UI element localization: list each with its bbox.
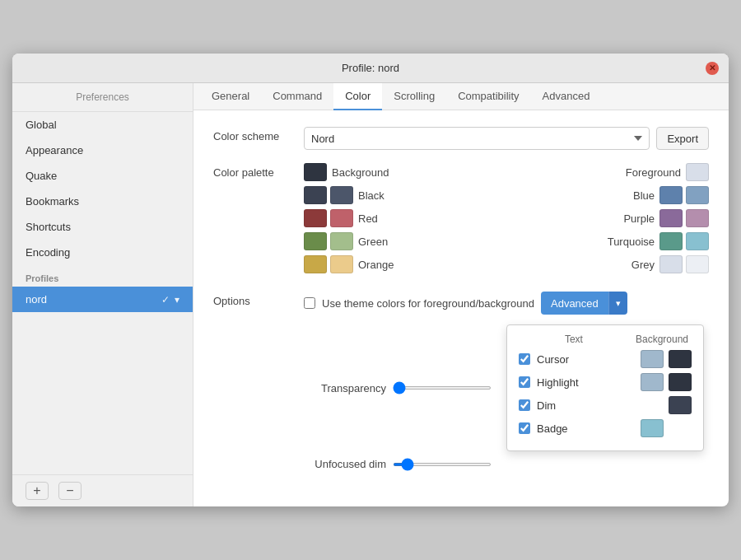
palette-green: Green <box>304 232 494 250</box>
red-swatch-2[interactable] <box>330 209 353 227</box>
palette-orange: Orange <box>304 255 494 273</box>
blue-swatch-1[interactable] <box>659 186 683 204</box>
dim-checkbox[interactable] <box>519 399 530 411</box>
turquoise-swatch-1[interactable] <box>659 232 683 250</box>
tab-color[interactable]: Color <box>333 83 382 110</box>
orange-swatch-1[interactable] <box>304 255 327 273</box>
sidebar-item-quake[interactable]: Quake <box>12 163 193 189</box>
content-area: General Command Color Scrolling Compatib… <box>193 83 729 506</box>
unfocused-dim-label: Unfocused dim <box>304 458 386 470</box>
transparency-row: Transparency Text Background <box>304 324 709 451</box>
highlight-bg-swatch[interactable] <box>669 373 692 391</box>
use-theme-label: Use theme colors for foreground/backgrou… <box>322 297 534 310</box>
purple-swatch-1[interactable] <box>659 209 683 227</box>
orange-swatch-2[interactable] <box>330 255 353 273</box>
advanced-popup: Text Background Cursor <box>506 324 704 451</box>
advanced-dropdown-button[interactable]: Advanced ▾ <box>541 292 627 315</box>
main-content: Preferences Global Appearance Quake Book… <box>12 83 729 506</box>
sidebar-item-appearance[interactable]: Appearance <box>12 138 193 163</box>
sidebar-item-shortcuts[interactable]: Shortcuts <box>12 214 193 240</box>
tab-general[interactable]: General <box>200 83 261 110</box>
blue-label: Blue <box>633 189 655 202</box>
cursor-bg-swatch[interactable] <box>669 350 692 368</box>
tab-command[interactable]: Command <box>261 83 333 110</box>
palette-purple: Purple <box>519 209 709 227</box>
turquoise-swatches <box>659 232 709 250</box>
black-swatch-1[interactable] <box>304 186 327 204</box>
transparency-slider[interactable] <box>393 386 492 390</box>
black-label: Black <box>358 189 384 202</box>
sidebar-header: Preferences <box>12 83 193 112</box>
color-scheme-control: Nord Export <box>304 127 709 150</box>
popup-row-dim: Dim <box>519 396 692 414</box>
purple-swatches <box>659 209 709 227</box>
green-label: Green <box>358 236 388 248</box>
palette-grid: Background Black <box>304 163 709 278</box>
cursor-text-swatch[interactable] <box>641 350 664 368</box>
cursor-swatches <box>641 350 692 368</box>
highlight-text-swatch[interactable] <box>641 373 664 391</box>
tab-compatibility[interactable]: Compatibility <box>446 83 530 110</box>
background-swatch[interactable] <box>304 163 327 181</box>
close-button[interactable]: ✕ <box>706 62 719 75</box>
purple-swatch-2[interactable] <box>686 209 709 227</box>
sidebar-bottom: + − <box>12 474 193 506</box>
color-scheme-select[interactable]: Nord <box>304 127 650 150</box>
popup-header: Text Background <box>519 334 692 345</box>
text-col-label: Text <box>553 334 594 345</box>
sidebar-profile-nord[interactable]: nord ✓ ▾ <box>12 287 193 312</box>
options-label: Options <box>213 292 304 307</box>
dim-label: Dim <box>537 399 634 412</box>
bg-col-label: Background <box>636 334 688 345</box>
unfocused-dim-slider[interactable] <box>393 463 492 466</box>
advanced-btn-label: Advanced <box>541 292 608 315</box>
purple-label: Purple <box>623 212 655 225</box>
orange-swatches <box>304 255 353 273</box>
green-swatch-1[interactable] <box>304 232 327 250</box>
popup-row-badge: Badge <box>519 419 692 437</box>
sidebar-item-encoding[interactable]: Encoding <box>12 240 193 265</box>
turquoise-swatch-2[interactable] <box>686 232 709 250</box>
cursor-checkbox[interactable] <box>519 353 530 365</box>
grey-swatch-2[interactable] <box>686 255 709 273</box>
sidebar-item-global[interactable]: Global <box>12 112 193 138</box>
dim-bg-swatch[interactable] <box>669 396 692 414</box>
black-swatch-2[interactable] <box>330 186 353 204</box>
green-swatches <box>304 232 353 250</box>
palette-background: Background <box>304 163 494 181</box>
tab-scrolling[interactable]: Scrolling <box>382 83 446 110</box>
foreground-label: Foreground <box>626 166 681 179</box>
badge-text-swatch[interactable] <box>641 419 664 437</box>
advanced-dropdown-arrow-icon[interactable]: ▾ <box>608 292 627 315</box>
blue-swatches <box>659 186 709 204</box>
add-profile-button[interactable]: + <box>26 482 49 500</box>
palette-turquoise: Turquoise <box>519 232 709 250</box>
blue-swatch-2[interactable] <box>686 186 709 204</box>
foreground-swatch[interactable] <box>686 163 709 181</box>
palette-blue: Blue <box>519 186 709 204</box>
highlight-checkbox[interactable] <box>519 376 530 388</box>
palette-black: Black <box>304 186 494 204</box>
highlight-swatches <box>641 373 692 391</box>
tab-advanced[interactable]: Advanced <box>531 83 602 110</box>
grey-label: Grey <box>631 259 655 271</box>
profile-chevron-icon[interactable]: ▾ <box>175 294 179 306</box>
options-row: Options Use theme colors for foreground/… <box>213 292 709 477</box>
background-label: Background <box>332 166 389 179</box>
grey-swatch-1[interactable] <box>659 255 683 273</box>
black-swatches <box>304 186 353 204</box>
green-swatch-2[interactable] <box>330 232 353 250</box>
remove-profile-button[interactable]: − <box>58 482 82 500</box>
tabs: General Command Color Scrolling Compatib… <box>193 83 729 110</box>
profile-check-icon: ✓ <box>161 294 170 306</box>
popup-container: Text Background Cursor <box>506 324 704 451</box>
red-swatches <box>304 209 353 227</box>
palette-right: Foreground Blue <box>519 163 709 278</box>
export-button[interactable]: Export <box>656 127 709 150</box>
red-swatch-1[interactable] <box>304 209 327 227</box>
popup-row-highlight: Highlight <box>519 373 692 391</box>
use-theme-checkbox[interactable] <box>304 297 315 309</box>
badge-checkbox[interactable] <box>519 422 530 434</box>
sidebar-item-bookmarks[interactable]: Bookmarks <box>12 189 193 214</box>
cursor-label: Cursor <box>537 353 634 366</box>
